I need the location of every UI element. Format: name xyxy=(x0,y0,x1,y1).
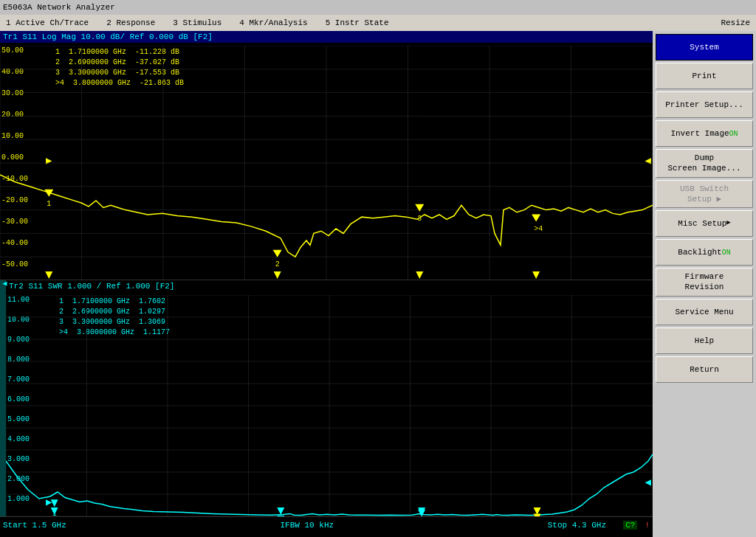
ifbw-display: IFBW 10 kHz xyxy=(74,521,540,530)
misc-setup-button[interactable]: Misc Setup xyxy=(656,210,753,237)
menu-stimulus[interactable]: 3 Stimulus xyxy=(170,17,224,29)
printer-setup-button[interactable]: Printer Setup... xyxy=(656,91,753,118)
backlight-button[interactable]: BacklightON xyxy=(656,239,753,266)
cal-indicator: C? xyxy=(623,521,637,530)
invert-image-button[interactable]: Invert ImageON xyxy=(656,120,753,147)
trace1-header: Tr1 S11 Log Mag 10.00 dB/ Ref 0.000 dB [… xyxy=(0,31,653,43)
help-button[interactable]: Help xyxy=(656,328,753,354)
sidebar: System Print Printer Setup... Invert Ima… xyxy=(653,31,756,537)
menu-mkr[interactable]: 4 Mkr/Analysis xyxy=(236,17,310,29)
menu-instr[interactable]: 5 Instr State xyxy=(323,17,392,29)
dump-screen-button[interactable]: DumpScreen Image... xyxy=(656,149,753,178)
stop-freq: Stop 4.3 GHz xyxy=(548,521,616,530)
app-title: E5063A Network Analyzer xyxy=(3,3,115,12)
menu-response[interactable]: 2 Response xyxy=(103,17,158,29)
trace2-panel: ▶ Tr2 S11 SWR 1.000 / Ref 1.000 [F2] 11.… xyxy=(0,280,653,516)
trace2-indicator: ▶ xyxy=(1,280,10,288)
system-button[interactable]: System xyxy=(656,34,753,60)
resize-button[interactable]: Resize xyxy=(718,17,753,29)
firmware-revision-button[interactable]: FirmwareRevision xyxy=(656,268,753,297)
title-bar: E5063A Network Analyzer xyxy=(0,0,756,15)
trace1-panel: Tr1 S11 Log Mag 10.00 dB/ Ref 0.000 dB [… xyxy=(0,31,653,280)
warning-indicator: ! xyxy=(645,521,650,530)
menu-bar: 1 Active Ch/Trace 2 Response 3 Stimulus … xyxy=(0,15,756,31)
service-menu-button[interactable]: Service Menu xyxy=(656,299,753,325)
trace2-active-bar xyxy=(0,280,6,516)
main-area: Tr1 S11 Log Mag 10.00 dB/ Ref 0.000 dB [… xyxy=(0,31,756,537)
print-button[interactable]: Print xyxy=(656,63,753,89)
chart-area: Tr1 S11 Log Mag 10.00 dB/ Ref 0.000 dB [… xyxy=(0,31,653,537)
trace2-canvas xyxy=(6,295,653,516)
return-button[interactable]: Return xyxy=(656,356,753,383)
trace2-header: Tr2 S11 SWR 1.000 / Ref 1.000 [F2] xyxy=(6,280,653,292)
usb-switch-button: USB SwitchSetup ▶ xyxy=(656,180,753,209)
menu-active-ch[interactable]: 1 Active Ch/Trace xyxy=(3,17,92,29)
trace1-canvas xyxy=(0,46,653,280)
start-freq: Start 1.5 GHz xyxy=(3,521,66,530)
chart-status-bar: Start 1.5 GHz IFBW 10 kHz Stop 4.3 GHz C… xyxy=(0,516,653,533)
